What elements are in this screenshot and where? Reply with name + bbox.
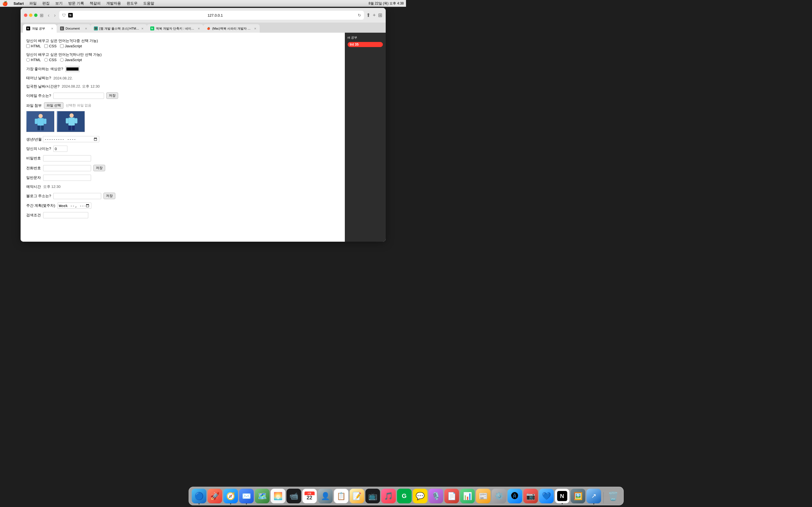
radio-group: HTML CSS JavaScript xyxy=(26,58,339,62)
browser-window: ⊞ ‹ › 🛡 N ↻ ⬆ + ⊞ N 개발 공부 ✕ 1 Document ✕… xyxy=(20,8,386,242)
reload-button[interactable]: ↻ xyxy=(358,13,361,17)
svg-point-8 xyxy=(69,114,73,118)
password-input[interactable] xyxy=(43,155,91,161)
datetime-value: 2024.08.22. 오후 12:30 xyxy=(62,84,100,89)
week-select-container xyxy=(57,203,91,209)
minimize-button[interactable] xyxy=(29,13,33,17)
general-input[interactable] xyxy=(43,175,91,181)
radio-js-label: JavaScript xyxy=(65,58,82,62)
color-input[interactable] xyxy=(65,66,80,72)
radio-html-input[interactable] xyxy=(26,58,30,62)
svg-rect-2 xyxy=(37,118,44,125)
tab-1-label: 개발 공부 xyxy=(32,26,49,31)
menu-develop[interactable]: 개발자용 xyxy=(105,1,122,6)
tab-5-close[interactable]: ✕ xyxy=(254,27,256,30)
checkbox-html-input[interactable] xyxy=(26,44,30,48)
tab-1-close[interactable]: ✕ xyxy=(51,27,53,30)
address-input[interactable] xyxy=(75,13,356,17)
phone-save-button[interactable]: 저장 xyxy=(93,165,105,171)
color-section: 가장 좋아하는 색상은? xyxy=(26,66,339,72)
content-area: 당신이 배우고 싶은 언어는?(다중 선택 가능) HTML CSS JavaS… xyxy=(20,33,386,242)
tab-2[interactable]: 1 Document ✕ xyxy=(57,24,91,33)
menu-bar: 🍎 Safari 파일 편집 보기 방문 기록 책갈피 개발자용 윈도우 도움말… xyxy=(0,0,406,7)
svg-rect-10 xyxy=(68,126,71,130)
tab-3[interactable]: 🎓 [웹 개발 풀스택 코스] HTML&CSS 기초 |... ✕ xyxy=(91,24,147,33)
radio-js-input[interactable] xyxy=(60,58,64,62)
new-tab-button[interactable]: + xyxy=(373,12,376,18)
password-section: 비밀번호 xyxy=(26,155,339,161)
tab-1[interactable]: N 개발 공부 ✕ xyxy=(23,24,57,33)
svg-rect-6 xyxy=(44,119,46,124)
checkbox-css[interactable]: CSS xyxy=(44,44,57,48)
traffic-lights xyxy=(24,13,38,17)
menu-bookmarks[interactable]: 책갈피 xyxy=(89,1,102,6)
datetime-section: 입국한 날짜/시간은? 2024.08.22. 오후 12:30 xyxy=(26,84,339,89)
tab-5-label: (Mac)맥북 사파리 개발자 도구 사용법/단축... xyxy=(212,26,252,31)
checkbox-html[interactable]: HTML xyxy=(26,44,41,48)
radio-html[interactable]: HTML xyxy=(26,58,41,62)
blog-section: 블로그 주소는? 저장 xyxy=(26,193,339,199)
checkbox-title: 당신이 배우고 싶은 언어는?(다중 선택 가능) xyxy=(26,39,98,43)
svg-rect-4 xyxy=(41,126,43,130)
tab-overview-button[interactable]: ⊞ xyxy=(378,12,382,18)
checkbox-css-input[interactable] xyxy=(44,44,48,48)
svg-rect-11 xyxy=(72,126,74,130)
birth-input[interactable] xyxy=(43,136,99,142)
radio-css[interactable]: CSS xyxy=(44,58,57,62)
tab-4-close[interactable]: ✕ xyxy=(198,27,200,30)
checkbox-js-label: JavaScript xyxy=(65,44,82,48)
checkbox-section: 당신이 배우고 싶은 언어는?(다중 선택 가능) HTML CSS JavaS… xyxy=(26,38,339,48)
time-value: 오후 12:30 xyxy=(43,184,61,189)
menu-view[interactable]: 보기 xyxy=(54,1,64,6)
date-label: 태어난 날짜는? xyxy=(26,75,51,80)
checkbox-css-label: CSS xyxy=(49,44,57,48)
close-button[interactable] xyxy=(24,13,28,17)
file-select-button[interactable]: 파일 선택 xyxy=(44,102,63,109)
shield-icon: 🛡 xyxy=(62,13,66,17)
image-preview-1 xyxy=(26,111,54,132)
checkbox-group: HTML CSS JavaScript xyxy=(26,44,339,48)
week-input[interactable] xyxy=(57,203,91,209)
menu-edit[interactable]: 편집 xyxy=(41,1,51,6)
color-label: 가장 좋아하는 색상은? xyxy=(26,66,63,71)
birth-section: 생년/년월 xyxy=(26,136,339,142)
maximize-button[interactable] xyxy=(34,13,38,17)
svg-rect-5 xyxy=(35,119,37,124)
share-button[interactable]: ⬆ xyxy=(366,12,370,18)
app-name[interactable]: Safari xyxy=(12,1,25,6)
menu-window[interactable]: 윈도우 xyxy=(125,1,139,6)
age-label: 당신의 나이는? xyxy=(26,146,51,151)
sidebar-toggle[interactable]: ⊞ xyxy=(40,13,43,18)
back-button[interactable]: ‹ xyxy=(47,12,51,19)
tab-2-close[interactable]: ✕ xyxy=(85,27,87,30)
radio-css-input[interactable] xyxy=(44,58,48,62)
tab-4[interactable]: N 엑복 개발자 단축키 : 네이버 검색 ✕ xyxy=(147,24,203,33)
radio-js[interactable]: JavaScript xyxy=(60,58,82,62)
menu-history[interactable]: 방문 기록 xyxy=(67,1,85,6)
blog-input[interactable] xyxy=(53,193,101,199)
apple-menu[interactable]: 🍎 xyxy=(2,1,8,6)
checkbox-js[interactable]: JavaScript xyxy=(60,44,82,48)
checkbox-js-input[interactable] xyxy=(60,44,64,48)
file-upload-row: 파일 첨부 파일 선택 선택한 파일 없음 xyxy=(26,102,339,109)
email-save-button[interactable]: 저장 xyxy=(106,93,118,99)
tab-5[interactable]: 🍎 (Mac)맥북 사파리 개발자 도구 사용법/단축... ✕ xyxy=(203,24,260,33)
blog-label: 블로그 주소는? xyxy=(26,193,51,199)
datetime-label: 입국한 날짜/시간은? xyxy=(26,84,59,89)
age-section: 당신의 나이는? xyxy=(26,146,339,152)
search-input[interactable] xyxy=(43,212,88,218)
general-section: 일반문자 xyxy=(26,175,339,181)
blog-save-button[interactable]: 저장 xyxy=(103,193,115,199)
email-input[interactable] xyxy=(53,93,104,99)
image-previews xyxy=(26,111,339,132)
tab-3-close[interactable]: ✕ xyxy=(141,27,144,30)
phone-label: 전화번호 xyxy=(26,166,41,171)
email-section: 이메일 주소는? 저장 xyxy=(26,93,339,99)
menu-file[interactable]: 파일 xyxy=(28,1,38,6)
menu-help[interactable]: 도움말 xyxy=(142,1,155,6)
file-label: 파일 첨부 xyxy=(26,103,42,108)
forward-button[interactable]: › xyxy=(53,12,57,19)
birth-label: 생년/년월 xyxy=(26,137,42,142)
age-input[interactable] xyxy=(53,146,67,152)
phone-input[interactable] xyxy=(43,165,91,171)
